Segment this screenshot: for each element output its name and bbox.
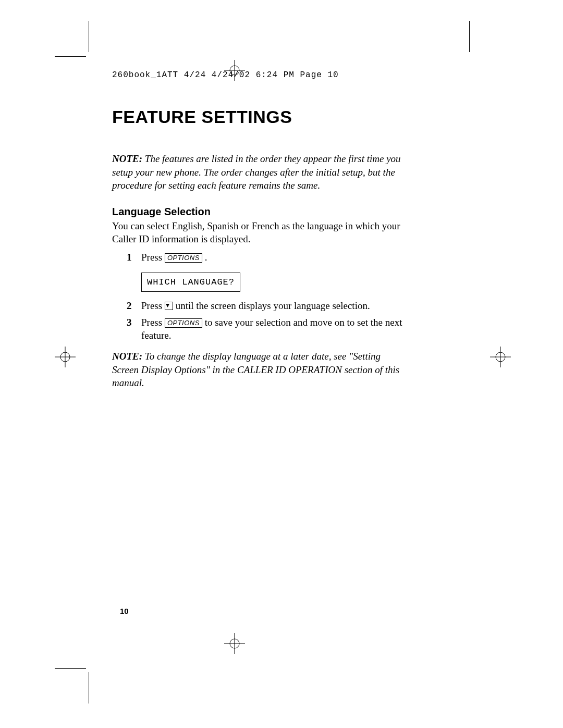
section-heading: Language Selection <box>112 206 404 218</box>
body-text: FEATURE SETTINGS NOTE: The features are … <box>112 107 404 390</box>
step-item: 3 Press OPTIONS to save your selection a… <box>127 316 404 342</box>
step-number: 1 <box>127 251 141 264</box>
options-key-icon: OPTIONS <box>165 318 202 328</box>
step-text: Press <box>141 300 165 311</box>
step-body: Press OPTIONS . <box>141 251 404 264</box>
step-text: Press <box>141 317 165 328</box>
step-text: . <box>205 252 207 263</box>
lcd-display: WHICH LANGUAGE? <box>141 273 240 292</box>
step-text: Press <box>141 252 165 263</box>
step-item: 1 Press OPTIONS . <box>127 251 404 264</box>
note-paragraph: NOTE: To change the display language at … <box>112 350 404 390</box>
running-header: 260book_1ATT 4/24 4/24/02 6:24 PM Page 1… <box>112 70 339 80</box>
step-number: 2 <box>127 299 141 313</box>
step-text: until the screen displays your language … <box>173 300 370 311</box>
step-number: 3 <box>127 316 141 342</box>
note-label: NOTE: <box>112 351 142 362</box>
note-label: NOTE: <box>112 153 142 164</box>
step-list: 2 Press until the screen displays your l… <box>127 299 404 342</box>
registration-mark-icon <box>490 347 511 367</box>
step-list: 1 Press OPTIONS . <box>127 251 404 264</box>
note-paragraph: NOTE: The features are listed in the ord… <box>112 152 404 192</box>
registration-mark-icon <box>55 347 76 367</box>
step-body: Press OPTIONS to save your selection and… <box>141 316 404 342</box>
step-item: 2 Press until the screen displays your l… <box>127 299 404 313</box>
crop-mark <box>89 21 89 52</box>
crop-mark <box>89 672 89 704</box>
crop-mark <box>55 56 86 57</box>
options-key-icon: OPTIONS <box>165 253 202 263</box>
note-text: To change the display language at a late… <box>112 351 399 388</box>
page-number: 10 <box>120 607 129 615</box>
registration-mark-icon <box>224 633 245 654</box>
section-intro: You can select English, Spanish or Frenc… <box>112 220 404 245</box>
document-page: 260book_1ATT 4/24 4/24/02 6:24 PM Page 1… <box>0 0 563 728</box>
crop-mark <box>55 668 86 669</box>
note-text: The features are listed in the order the… <box>112 153 401 191</box>
step-body: Press until the screen displays your lan… <box>141 299 404 313</box>
crop-mark <box>469 21 470 52</box>
down-arrow-key-icon <box>165 302 173 310</box>
page-title: FEATURE SETTINGS <box>112 107 404 127</box>
